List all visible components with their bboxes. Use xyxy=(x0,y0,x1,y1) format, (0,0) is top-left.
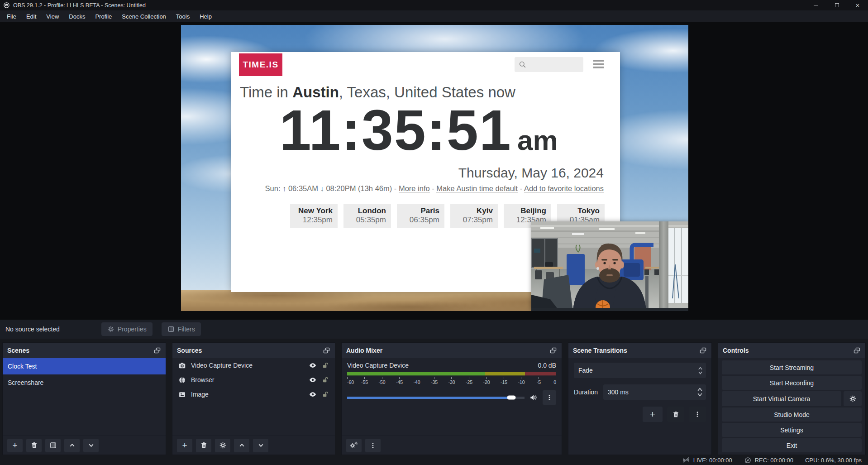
exit-button[interactable]: Exit xyxy=(722,438,862,452)
scenes-toolbar: + xyxy=(3,436,166,455)
minimize-icon xyxy=(814,5,818,5)
duration-value: 300 ms xyxy=(608,388,629,396)
kebab-menu-icon xyxy=(546,394,553,401)
select-spinner xyxy=(694,367,706,374)
maximize-button[interactable] xyxy=(826,0,847,10)
source-move-up-button[interactable] xyxy=(234,439,249,452)
add-transition-button[interactable]: + xyxy=(643,407,663,422)
virtual-camera-config-button[interactable] xyxy=(844,391,862,406)
sources-dock-header: Sources xyxy=(172,343,335,358)
source-move-down-button[interactable] xyxy=(253,439,268,452)
meter-tick-label: -40 xyxy=(413,379,420,385)
audio-mixer-toolbar xyxy=(342,436,562,455)
more-info-link: More info xyxy=(399,184,430,193)
source-item-video-capture[interactable]: Video Capture Device xyxy=(172,358,335,373)
lock-icon[interactable] xyxy=(322,376,329,384)
remove-source-button[interactable] xyxy=(196,439,211,452)
start-virtual-camera-button[interactable]: Start Virtual Camera xyxy=(722,391,841,406)
timeis-sun-info: Sun: ↑ 06:35AM ↓ 08:20PM (13h 46m) - Mor… xyxy=(265,184,604,193)
source-item-browser[interactable]: Browser xyxy=(172,373,335,387)
source-item-image[interactable]: Image xyxy=(172,387,335,402)
popout-dock-icon[interactable] xyxy=(853,347,861,355)
chevron-up-icon xyxy=(698,367,703,370)
image-icon xyxy=(178,391,186,398)
webcam-overlay[interactable] xyxy=(531,221,688,311)
menu-item-scene-collection[interactable]: Scene Collection xyxy=(117,10,171,22)
add-scene-button[interactable]: + xyxy=(7,439,23,452)
menu-item-profile[interactable]: Profile xyxy=(90,10,117,22)
scene-move-up-button[interactable] xyxy=(64,439,80,452)
start-recording-button[interactable]: Start Recording xyxy=(722,376,862,390)
window-controls: × xyxy=(806,0,868,10)
properties-button[interactable]: Properties xyxy=(101,322,153,336)
scenes-dock-title: Scenes xyxy=(7,347,29,354)
menu-item-docks[interactable]: Docks xyxy=(64,10,90,22)
program-preview[interactable]: TIME.IS Time in Austin, Texas, United St… xyxy=(181,25,688,311)
source-properties-button[interactable] xyxy=(215,439,230,452)
speaker-icon[interactable] xyxy=(529,393,538,402)
spin-down-icon[interactable] xyxy=(697,393,703,397)
search-icon xyxy=(518,60,527,69)
plus-icon: + xyxy=(12,441,17,451)
audio-mixer-title: Audio Mixer xyxy=(346,347,382,354)
mixer-menu-button[interactable] xyxy=(365,439,381,452)
transition-menu-button[interactable] xyxy=(689,407,706,422)
popout-dock-icon[interactable] xyxy=(323,347,330,355)
menu-item-view[interactable]: View xyxy=(41,10,64,22)
menu-item-edit[interactable]: Edit xyxy=(21,10,41,22)
add-source-button[interactable]: + xyxy=(177,439,192,452)
close-button[interactable]: × xyxy=(847,0,868,10)
no-source-label: No source selected xyxy=(5,326,60,333)
controls-title: Controls xyxy=(723,347,749,354)
visibility-eye-icon[interactable] xyxy=(309,390,317,398)
meter-tick-label: -60 xyxy=(347,379,354,385)
scene-item-clock-test[interactable]: Clock Test xyxy=(3,358,166,374)
double-gear-icon xyxy=(349,441,358,450)
volume-meter xyxy=(347,372,556,375)
duration-spinbox[interactable]: 300 ms xyxy=(603,384,706,400)
scene-move-down-button[interactable] xyxy=(83,439,99,452)
hamburger-menu-icon xyxy=(593,60,604,68)
remove-scene-button[interactable] xyxy=(26,439,42,452)
kebab-menu-icon xyxy=(694,411,701,418)
minimize-button[interactable] xyxy=(806,0,826,10)
studio-mode-button[interactable]: Studio Mode xyxy=(722,407,862,422)
trash-icon xyxy=(30,441,38,449)
world-clock-newyork: New York12:35pm xyxy=(290,204,338,228)
maximize-icon xyxy=(835,3,839,7)
popout-dock-icon[interactable] xyxy=(153,347,161,355)
advanced-audio-button[interactable] xyxy=(346,439,362,452)
spin-up-icon[interactable] xyxy=(697,388,703,391)
volume-slider-handle[interactable] xyxy=(507,396,515,400)
menu-item-file[interactable]: File xyxy=(2,10,21,22)
preview-canvas[interactable]: TIME.IS Time in Austin, Texas, United St… xyxy=(0,22,868,320)
volume-slider[interactable] xyxy=(347,397,525,399)
gear-icon xyxy=(219,441,227,449)
popout-dock-icon[interactable] xyxy=(549,347,557,355)
start-streaming-button[interactable]: Start Streaming xyxy=(722,360,862,374)
stream-signal-icon xyxy=(682,456,690,464)
lock-icon[interactable] xyxy=(322,391,329,398)
menu-item-help[interactable]: Help xyxy=(195,10,217,22)
scene-filters-button[interactable] xyxy=(45,439,61,452)
filters-icon xyxy=(167,326,175,333)
settings-button[interactable]: Settings xyxy=(722,423,862,437)
scene-item-screenshare[interactable]: Screenshare xyxy=(3,374,166,391)
visibility-eye-icon[interactable] xyxy=(309,376,317,384)
transition-select[interactable]: Fade xyxy=(574,363,706,378)
gear-icon xyxy=(107,326,114,333)
menu-item-tools[interactable]: Tools xyxy=(171,10,195,22)
filters-button[interactable]: Filters xyxy=(162,322,201,336)
statusbar: LIVE: 00:00:00 REC: 00:00:00 CPU: 0.6%, … xyxy=(0,455,868,465)
mixer-channel-menu-button[interactable] xyxy=(543,390,556,405)
lock-icon[interactable] xyxy=(322,362,329,369)
transitions-body: Fade Duration 300 ms + xyxy=(568,358,711,455)
timeis-meridiem: am xyxy=(517,124,558,156)
remove-transition-button[interactable] xyxy=(667,407,684,422)
meter-tick-label: -45 xyxy=(396,379,403,385)
trash-icon xyxy=(672,411,680,418)
visibility-eye-icon[interactable] xyxy=(309,361,317,369)
cpu-status: CPU: 0.6%, 30.00 fps xyxy=(805,457,862,464)
sources-dock-title: Sources xyxy=(177,347,202,354)
popout-dock-icon[interactable] xyxy=(699,347,707,355)
